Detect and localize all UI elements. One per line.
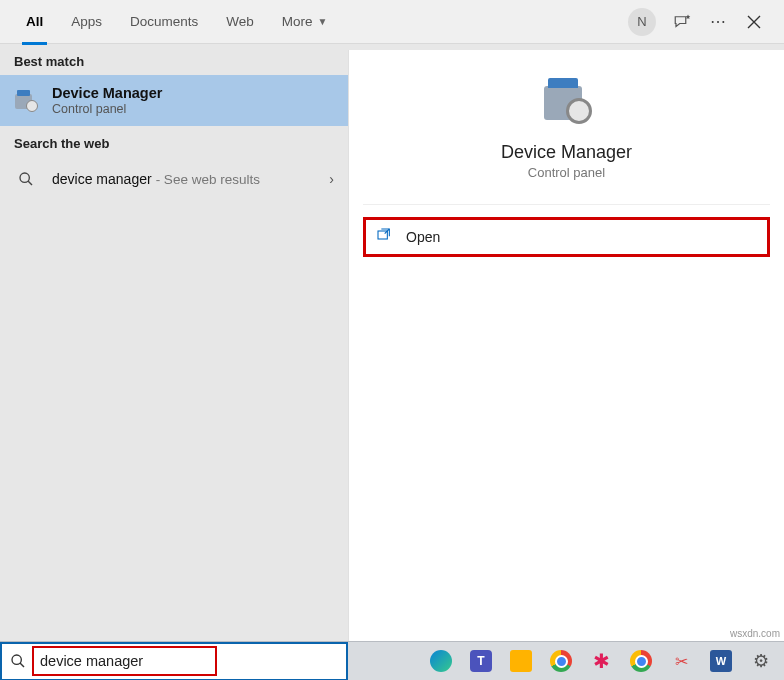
section-best-match: Best match [0,44,348,75]
results-body: Best match Device Manager Control panel … [0,44,784,641]
tab-all[interactable]: All [12,0,57,44]
tab-documents[interactable]: Documents [116,0,212,44]
user-avatar[interactable]: N [628,8,656,36]
divider [363,204,770,205]
web-suffix: - See web results [156,172,260,187]
open-icon [376,227,392,247]
device-manager-icon [14,89,38,113]
settings-icon[interactable]: ⚙ [748,648,774,674]
snipping-tool-icon[interactable]: ✂ [668,648,694,674]
feedback-icon[interactable] [664,4,700,40]
close-icon[interactable] [736,4,772,40]
open-label: Open [406,229,440,245]
tab-apps[interactable]: Apps [57,0,116,44]
result-device-manager[interactable]: Device Manager Control panel [0,75,348,126]
more-options-icon[interactable]: ⋯ [700,4,736,40]
file-explorer-icon[interactable] [508,648,534,674]
taskbar-pinned-apps: T ✱ ✂ W ⚙ [348,648,784,674]
result-subtitle: Control panel [52,102,334,116]
watermark: wsxdn.com [730,628,780,639]
tab-more[interactable]: More▼ [268,0,342,44]
word-icon[interactable]: W [708,648,734,674]
result-title: Device Manager [52,85,334,101]
search-icon [4,644,32,679]
svg-point-0 [20,173,29,182]
edge-icon[interactable] [428,648,454,674]
open-button[interactable]: Open [363,217,770,257]
web-query: device manager [52,171,152,187]
preview-subtitle: Control panel [528,165,605,180]
windows-search-panel: All Apps Documents Web More▼ N ⋯ Best ma… [0,0,784,641]
results-list: Best match Device Manager Control panel … [0,44,348,641]
filter-tabs: All Apps Documents Web More▼ N ⋯ [0,0,784,44]
taskbar: T ✱ ✂ W ⚙ [0,641,784,680]
search-icon [14,167,38,191]
search-input[interactable] [34,648,215,674]
tab-web[interactable]: Web [212,0,268,44]
preview-pane: Device Manager Control panel Open [348,50,784,641]
chrome-icon-2[interactable] [628,648,654,674]
section-search-web: Search the web [0,126,348,157]
preview-title: Device Manager [501,142,632,163]
taskbar-search-box[interactable] [0,642,348,681]
chrome-icon[interactable] [548,648,574,674]
result-web-search[interactable]: device manager- See web results › [0,157,348,201]
chevron-right-icon: › [329,171,334,187]
chevron-down-icon: ▼ [318,16,328,27]
device-manager-large-icon [540,76,594,124]
slack-icon[interactable]: ✱ [588,648,614,674]
teams-icon[interactable]: T [468,648,494,674]
svg-point-2 [12,655,21,664]
